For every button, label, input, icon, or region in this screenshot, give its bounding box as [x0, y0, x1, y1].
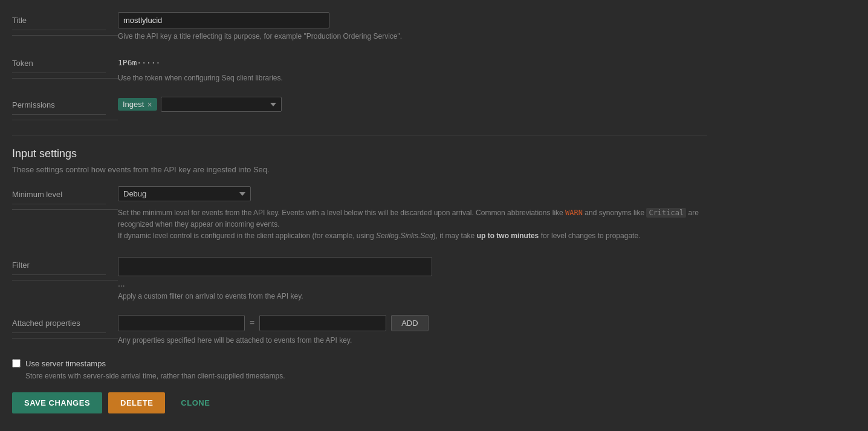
section-divider: [12, 135, 707, 135]
attached-properties-label: Attached properties: [12, 315, 118, 339]
input-settings-heading: Input settings: [12, 147, 707, 160]
filter-input[interactable]: [118, 257, 432, 276]
properties-row: = ADD: [118, 315, 707, 331]
bold-text: up to two minutes: [477, 232, 539, 240]
permission-tag-label: Ingest: [123, 100, 144, 109]
prop-val-input[interactable]: [259, 315, 386, 331]
level-desc-part4: If dynamic level control is configured i…: [118, 232, 376, 240]
main-content: Title Give the API key a title reflectin…: [0, 0, 725, 431]
title-hint: Give the API key a title reflecting its …: [118, 32, 707, 41]
permissions-container: Ingest × Read Write Ingest: [118, 97, 707, 112]
filter-label: Filter: [12, 257, 118, 280]
warn-text: WARN: [565, 209, 583, 217]
server-timestamps-hint: Store events with server-side arrival ti…: [25, 372, 707, 380]
title-input[interactable]: [118, 12, 329, 28]
clone-button[interactable]: CLONE: [171, 392, 219, 413]
token-field-row: Token 1P6m····· Use the token when confi…: [12, 55, 707, 82]
permissions-label: Permissions: [12, 97, 118, 120]
filter-field-content: ... Apply a custom filter on arrival to …: [118, 257, 707, 300]
add-property-button[interactable]: ADD: [391, 315, 428, 331]
token-hint: Use the token when configuring Seq clien…: [118, 74, 707, 82]
filter-dots: ...: [118, 279, 707, 288]
prop-key-input[interactable]: [118, 315, 245, 331]
attached-properties-hint: Any properties specified here will be at…: [118, 336, 707, 345]
server-timestamps-section: Use server timestamps Store events with …: [12, 359, 707, 380]
attached-properties-field-content: = ADD Any properties specified here will…: [118, 315, 707, 345]
attached-properties-label-text: Attached properties: [12, 319, 80, 328]
permissions-field-content: Ingest × Read Write Ingest: [118, 97, 707, 112]
permissions-dropdown[interactable]: Read Write Ingest: [161, 97, 282, 112]
filter-field-row: Filter ... Apply a custom filter on arri…: [12, 257, 707, 300]
level-desc-part1: Set the minimum level for events from th…: [118, 209, 565, 217]
minimum-level-label-text: Minimum level: [12, 190, 62, 199]
level-desc-part2: and synonyms like: [583, 209, 646, 217]
title-field-content: Give the API key a title reflecting its …: [118, 12, 707, 41]
permission-tag-ingest: Ingest ×: [118, 98, 157, 111]
level-desc-part6: for level changes to propagate.: [539, 232, 640, 240]
delete-button[interactable]: DELETE: [108, 392, 165, 413]
token-label: Token: [12, 55, 118, 79]
save-button[interactable]: SAVE CHANGES: [12, 392, 102, 413]
minimum-level-description: Set the minimum level for events from th…: [118, 207, 707, 242]
serilog-text: Serilog.Sinks.Seq: [376, 232, 433, 240]
filter-hint: Apply a custom filter on arrival to even…: [118, 292, 707, 300]
token-field-content: 1P6m····· Use the token when configuring…: [118, 55, 707, 82]
title-label: Title: [12, 12, 118, 36]
action-buttons: SAVE CHANGES DELETE CLONE: [12, 392, 707, 413]
title-label-text: Title: [12, 16, 27, 25]
minimum-level-label: Minimum level: [12, 186, 118, 210]
token-label-text: Token: [12, 59, 33, 68]
server-timestamps-checkbox[interactable]: [12, 359, 21, 368]
input-settings-subtext: These settings control how events from t…: [12, 165, 707, 174]
minimum-level-field-content: Verbose Debug Information Warning Error …: [118, 186, 707, 242]
filter-label-text: Filter: [12, 261, 30, 270]
input-settings-section: Input settings These settings control ho…: [12, 135, 707, 174]
minimum-level-select[interactable]: Verbose Debug Information Warning Error …: [118, 186, 251, 201]
title-field-row: Title Give the API key a title reflectin…: [12, 12, 707, 41]
token-value: 1P6m·····: [118, 55, 707, 70]
attached-properties-field-row: Attached properties = ADD Any properties…: [12, 315, 707, 345]
permissions-label-text: Permissions: [12, 100, 55, 109]
server-timestamps-row: Use server timestamps: [12, 359, 707, 368]
level-desc-part5: ), it may take: [433, 232, 477, 240]
server-timestamps-label[interactable]: Use server timestamps: [25, 359, 106, 368]
permission-tag-remove-ingest[interactable]: ×: [147, 100, 152, 109]
permissions-field-row: Permissions Ingest × Read Write Ingest: [12, 97, 707, 120]
prop-equals: =: [250, 318, 254, 328]
minimum-level-field-row: Minimum level Verbose Debug Information …: [12, 186, 707, 242]
critical-text: Critical: [646, 208, 686, 218]
